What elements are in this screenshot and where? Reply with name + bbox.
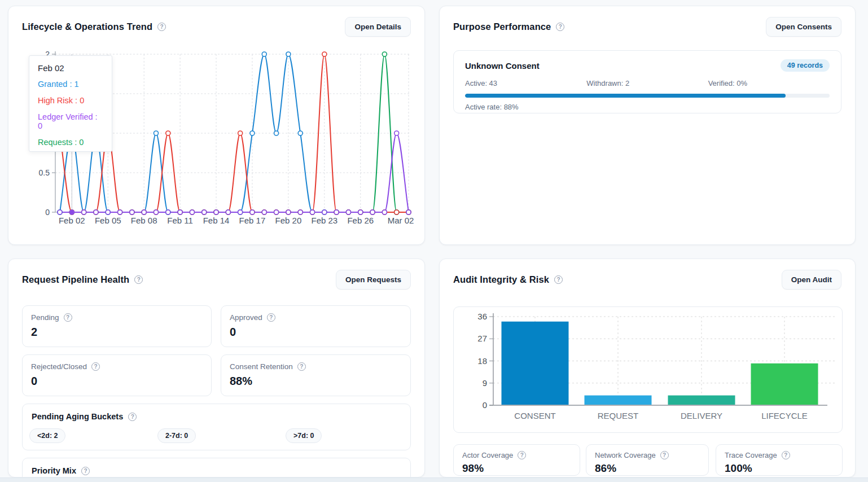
svg-text:DELIVERY: DELIVERY xyxy=(681,411,722,420)
bottom-strip xyxy=(0,477,868,482)
active-rate-progress-track xyxy=(465,94,830,98)
consent-summary-box: Unknown Consent 49 records Active: 43 Wi… xyxy=(453,50,841,113)
help-icon[interactable] xyxy=(128,413,137,421)
svg-text:Feb 20: Feb 20 xyxy=(275,216,302,225)
request-pipeline-health-card: Request Pipeline Health Open Requests Pe… xyxy=(8,258,425,477)
svg-text:0: 0 xyxy=(483,400,487,410)
svg-text:Feb 26: Feb 26 xyxy=(347,216,374,225)
network-coverage-box: Network Coverage 86% xyxy=(586,444,709,476)
rejected-closed-label: Rejected/Closed xyxy=(31,362,87,371)
svg-text:Feb 02: Feb 02 xyxy=(59,216,85,225)
help-icon[interactable] xyxy=(782,451,790,459)
pending-aging-buckets-box: Pending Aging Buckets <2d: 2 2-7d: 0 >7d… xyxy=(22,404,411,450)
help-icon[interactable] xyxy=(81,467,90,475)
actor-coverage-label: Actor Coverage xyxy=(462,451,513,459)
approved-value: 0 xyxy=(230,326,402,339)
aging-buckets-title: Pending Aging Buckets xyxy=(32,412,123,421)
trace-coverage-value: 100% xyxy=(725,462,834,475)
help-icon[interactable] xyxy=(660,451,669,459)
priority-mix-title: Priority Mix xyxy=(32,466,76,475)
svg-text:Mar 02: Mar 02 xyxy=(388,216,414,225)
lifecycle-operations-trend-card: Lifecycle & Operations Trend Open Detail… xyxy=(8,6,425,245)
network-coverage-label: Network Coverage xyxy=(595,451,656,459)
consent-retention-label: Consent Retention xyxy=(230,362,293,371)
help-icon[interactable] xyxy=(64,313,72,322)
svg-text:18: 18 xyxy=(477,356,487,366)
purpose-card-title: Purpose Performance xyxy=(453,21,551,32)
tooltip-date: Feb 02 xyxy=(38,63,103,73)
help-icon[interactable] xyxy=(556,23,564,31)
trend-card-title: Lifecycle & Operations Trend xyxy=(22,21,152,32)
records-badge: 49 records xyxy=(781,59,830,72)
trend-card-header: Lifecycle & Operations Trend Open Detail… xyxy=(22,17,411,36)
audit-card-header: Audit Integrity & Risk Open Audit xyxy=(453,270,841,288)
help-icon[interactable] xyxy=(134,275,143,284)
pipeline-card-header: Request Pipeline Health Open Requests xyxy=(22,270,411,288)
open-requests-button[interactable]: Open Requests xyxy=(336,270,411,290)
actor-coverage-box: Actor Coverage 98% xyxy=(453,444,580,476)
open-details-button[interactable]: Open Details xyxy=(345,17,411,37)
open-audit-button[interactable]: Open Audit xyxy=(782,270,841,290)
svg-text:CONSENT: CONSENT xyxy=(514,411,555,420)
help-icon[interactable] xyxy=(91,362,100,371)
actor-coverage-value: 98% xyxy=(462,462,571,475)
help-icon[interactable] xyxy=(554,275,563,284)
chart-tooltip: Feb 02 Granted : 1High Risk : 0Ledger Ve… xyxy=(29,55,112,152)
help-icon[interactable] xyxy=(297,362,306,371)
pending-stat-box: Pending 2 xyxy=(22,305,212,347)
trace-coverage-box: Trace Coverage 100% xyxy=(716,444,843,476)
audit-bar-chart-box: 09182736CONSENTREQUESTDELIVERYLIFECYCLE xyxy=(453,306,843,433)
help-icon[interactable] xyxy=(518,451,526,459)
svg-text:REQUEST: REQUEST xyxy=(598,411,639,420)
trace-coverage-label: Trace Coverage xyxy=(725,451,777,459)
active-stat: Active: 43 xyxy=(465,79,586,87)
svg-text:Feb 14: Feb 14 xyxy=(203,216,230,225)
network-coverage-value: 86% xyxy=(595,462,700,475)
tooltip-row: High Risk : 0 xyxy=(38,96,103,105)
rejected-closed-stat-box: Rejected/Closed 0 xyxy=(22,354,212,396)
svg-text:Feb 08: Feb 08 xyxy=(131,216,157,225)
pipeline-card-title: Request Pipeline Health xyxy=(22,274,129,285)
withdrawn-stat: Withdrawn: 2 xyxy=(586,79,708,87)
svg-text:LIFECYCLE: LIFECYCLE xyxy=(761,411,808,420)
consent-name: Unknown Consent xyxy=(465,61,540,71)
aging-bucket-pill: 2-7d: 0 xyxy=(157,428,196,443)
approved-stat-box: Approved 0 xyxy=(221,305,411,347)
consent-retention-stat-box: Consent Retention 88% xyxy=(221,354,411,396)
svg-text:0.5: 0.5 xyxy=(39,168,50,177)
purpose-performance-card: Purpose Performance Open Consents Unknow… xyxy=(439,6,856,245)
help-icon[interactable] xyxy=(267,313,275,322)
tooltip-row: Granted : 1 xyxy=(38,80,103,89)
audit-integrity-risk-card: Audit Integrity & Risk Open Audit 091827… xyxy=(439,258,856,477)
svg-text:Feb 23: Feb 23 xyxy=(311,216,337,225)
priority-mix-box: Priority Mix xyxy=(22,458,411,477)
pending-label: Pending xyxy=(31,313,59,322)
open-consents-button[interactable]: Open Consents xyxy=(766,17,841,37)
consent-retention-value: 88% xyxy=(230,375,402,388)
svg-text:Feb 11: Feb 11 xyxy=(167,216,193,225)
verified-stat: Verified: 0% xyxy=(708,79,830,87)
pending-value: 2 xyxy=(31,326,203,339)
aging-bucket-pill: <2d: 2 xyxy=(29,428,65,443)
tooltip-rows: Granted : 1High Risk : 0Ledger Verified … xyxy=(38,80,103,147)
svg-text:9: 9 xyxy=(483,378,487,388)
svg-text:0: 0 xyxy=(45,208,50,217)
help-icon[interactable] xyxy=(157,23,166,31)
svg-text:27: 27 xyxy=(477,334,487,343)
audit-card-title: Audit Integrity & Risk xyxy=(453,274,549,285)
rejected-closed-value: 0 xyxy=(31,375,203,388)
svg-text:Feb 17: Feb 17 xyxy=(239,216,266,225)
active-rate-progress-fill xyxy=(465,94,786,98)
tooltip-row: Requests : 0 xyxy=(38,138,103,147)
audit-bar-chart[interactable]: 09182736CONSENTREQUESTDELIVERYLIFECYCLE xyxy=(454,307,843,433)
aging-bucket-pill: >7d: 0 xyxy=(286,428,322,443)
active-rate-label: Active rate: 88% xyxy=(465,103,830,111)
approved-label: Approved xyxy=(230,313,262,322)
svg-text:36: 36 xyxy=(477,312,487,321)
svg-text:Feb 05: Feb 05 xyxy=(95,216,121,225)
purpose-card-header: Purpose Performance Open Consents xyxy=(453,17,841,36)
tooltip-row: Ledger Verified : 0 xyxy=(38,112,103,130)
